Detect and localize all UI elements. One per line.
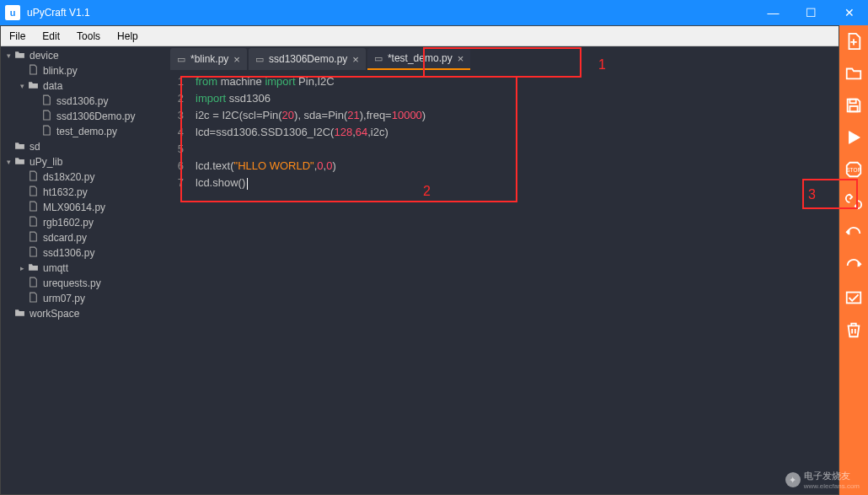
- menu-tools[interactable]: Tools: [68, 26, 109, 46]
- svg-rect-4: [847, 293, 861, 304]
- watermark-icon: ✦: [785, 472, 801, 487]
- tree-item-label: MLX90614.py: [43, 202, 105, 213]
- tab-close-icon[interactable]: ×: [233, 53, 240, 66]
- tab-close-icon[interactable]: ×: [352, 53, 359, 66]
- tree-item[interactable]: ds18x20.py: [1, 169, 165, 185]
- file-icon: [26, 292, 40, 305]
- app-frame: File Edit Tools Help ▾deviceblink.py▾dat…: [0, 25, 839, 495]
- new-file-icon[interactable]: [843, 30, 865, 52]
- tree-arrow-icon: ▾: [4, 158, 13, 166]
- check-icon[interactable]: [843, 287, 865, 309]
- code-text[interactable]: from machine import Pin,I2Cimport ssd130…: [190, 70, 839, 494]
- svg-text:STOP: STOP: [846, 167, 860, 173]
- folder-icon: [13, 50, 26, 62]
- tree-item-label: umqtt: [43, 262, 68, 274]
- folder-icon: [13, 156, 26, 168]
- tree-item[interactable]: ssd1306Demo.py: [1, 109, 165, 124]
- menubar: File Edit Tools Help: [1, 26, 839, 46]
- stop-icon[interactable]: STOP: [843, 159, 865, 180]
- tab-label: *test_demo.py: [388, 52, 453, 64]
- right-toolbar: STOP: [839, 25, 868, 495]
- minimize-button[interactable]: —: [754, 0, 792, 25]
- tree-item-label: sd: [29, 141, 40, 153]
- tree-item[interactable]: ▾data: [1, 78, 165, 94]
- tab-bar: ▭*blink.py×▭ssd1306Demo.py×▭*test_demo.p…: [165, 46, 839, 70]
- undo-icon[interactable]: [843, 223, 865, 245]
- tree-item-label: ssd1306.py: [56, 95, 108, 107]
- file-icon: [26, 231, 40, 245]
- line-gutter: 1234567: [165, 70, 190, 494]
- tree-item[interactable]: MLX90614.py: [1, 200, 165, 215]
- tree-item[interactable]: ssd1306.py: [1, 94, 165, 109]
- menu-help[interactable]: Help: [109, 26, 147, 46]
- watermark-sub: www.elecfans.com: [804, 482, 860, 490]
- file-icon: [26, 277, 40, 290]
- delete-icon[interactable]: [843, 319, 865, 341]
- tree-item-label: sdcard.py: [43, 232, 87, 244]
- app-icon: u: [5, 5, 20, 20]
- tree-item-label: ht1632.py: [43, 186, 88, 198]
- tree-arrow-icon: ▾: [18, 82, 26, 90]
- tree-arrow-icon: ▾: [4, 51, 13, 60]
- tab-close-icon[interactable]: ×: [458, 52, 464, 65]
- tree-item[interactable]: rgb1602.py: [1, 215, 165, 230]
- file-icon: [40, 125, 53, 138]
- tab-file-icon: ▭: [374, 53, 383, 64]
- folder-icon: [26, 80, 40, 92]
- tab-label: ssd1306Demo.py: [269, 53, 347, 65]
- tree-arrow-icon: ▸: [18, 264, 26, 272]
- editor-tab[interactable]: ▭*test_demo.py×: [367, 48, 470, 70]
- file-icon: [26, 201, 40, 214]
- redo-icon[interactable]: [843, 255, 865, 277]
- code-area[interactable]: 1234567 from machine import Pin,I2Cimpor…: [165, 70, 839, 494]
- tree-item-label: workSpace: [29, 308, 79, 320]
- close-button[interactable]: ✕: [830, 0, 868, 25]
- editor-tab[interactable]: ▭*blink.py×: [170, 48, 247, 70]
- tree-item[interactable]: ssd1306.py: [1, 245, 165, 261]
- folder-icon: [13, 308, 26, 320]
- maximize-button[interactable]: ☐: [792, 0, 830, 25]
- editor: ▭*blink.py×▭ssd1306Demo.py×▭*test_demo.p…: [165, 46, 839, 494]
- tree-item[interactable]: ▸umqtt: [1, 261, 165, 276]
- tab-file-icon: ▭: [255, 54, 264, 65]
- tree-item[interactable]: sd: [1, 139, 165, 154]
- tree-item-label: urm07.py: [43, 293, 85, 304]
- tree-item[interactable]: ▾device: [1, 48, 165, 63]
- file-icon: [26, 64, 40, 78]
- tree-item-label: test_demo.py: [56, 126, 117, 137]
- tree-item[interactable]: ht1632.py: [1, 185, 165, 200]
- tree-item[interactable]: urm07.py: [1, 291, 165, 306]
- svg-rect-1: [849, 106, 857, 111]
- menu-edit[interactable]: Edit: [34, 26, 68, 46]
- tree-item-label: data: [43, 80, 62, 92]
- tree-item[interactable]: urequests.py: [1, 276, 165, 291]
- tree-item-label: uPy_lib: [29, 156, 62, 168]
- tree-item[interactable]: test_demo.py: [1, 124, 165, 139]
- menu-file[interactable]: File: [1, 26, 34, 46]
- connect-icon[interactable]: [843, 191, 865, 213]
- file-icon: [40, 110, 53, 123]
- tree-item-label: blink.py: [43, 65, 78, 77]
- open-file-icon[interactable]: [843, 62, 865, 84]
- tree-item-label: urequests.py: [43, 277, 101, 289]
- editor-tab[interactable]: ▭ssd1306Demo.py×: [249, 48, 366, 70]
- file-icon: [26, 216, 40, 229]
- tree-item[interactable]: workSpace: [1, 306, 165, 321]
- folder-icon: [13, 141, 26, 153]
- file-icon: [26, 186, 40, 199]
- save-icon[interactable]: [843, 94, 865, 116]
- tree-item-label: device: [29, 50, 59, 62]
- file-icon: [26, 170, 40, 184]
- tree-item-label: ssd1306.py: [43, 247, 94, 259]
- tree-item[interactable]: sdcard.py: [1, 230, 165, 245]
- tree-item-label: ds18x20.py: [43, 171, 94, 183]
- titlebar: u uPyCraft V1.1 — ☐ ✕: [0, 0, 868, 25]
- file-tree[interactable]: ▾deviceblink.py▾datassd1306.pyssd1306Dem…: [1, 46, 165, 494]
- tree-item[interactable]: ▾uPy_lib: [1, 154, 165, 169]
- download-run-icon[interactable]: [843, 126, 865, 148]
- tree-item-label: rgb1602.py: [43, 217, 94, 229]
- watermark-text: 电子发烧友: [804, 470, 860, 482]
- tree-item[interactable]: blink.py: [1, 63, 165, 78]
- folder-icon: [26, 262, 40, 274]
- watermark: ✦ 电子发烧友 www.elecfans.com: [785, 470, 860, 490]
